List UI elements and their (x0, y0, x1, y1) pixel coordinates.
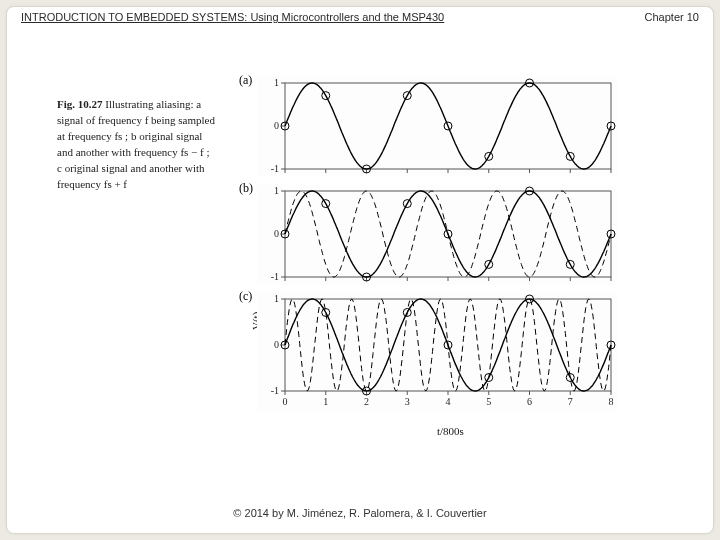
svg-text:3: 3 (405, 396, 410, 407)
book-title: INTRODUCTION TO EMBEDDED SYSTEMS: Using … (21, 11, 444, 23)
plot-stack: (a) -101 (b) -101 (c) -101012345678 (257, 77, 657, 421)
chart-a: -101 (257, 77, 617, 177)
svg-text:0: 0 (274, 339, 279, 350)
panel-a: (a) -101 (257, 77, 657, 177)
chart-c: -101012345678 (257, 293, 617, 413)
chart-b: -101 (257, 185, 617, 285)
slide-header: INTRODUCTION TO EMBEDDED SYSTEMS: Using … (21, 11, 699, 23)
figure-number: Fig. 10.27 (57, 98, 103, 110)
svg-text:-1: -1 (271, 385, 279, 396)
svg-text:-1: -1 (271, 163, 279, 174)
panel-b-label: (b) (239, 181, 253, 196)
svg-text:1: 1 (274, 77, 279, 88)
figure-caption: Fig. 10.27 Illustrating aliasing: a sign… (57, 97, 217, 193)
figure-caption-text: Illustrating aliasing: a signal of frequ… (57, 98, 215, 190)
svg-text:0: 0 (274, 120, 279, 131)
svg-text:0: 0 (274, 228, 279, 239)
panel-b: (b) -101 (257, 185, 657, 285)
svg-text:6: 6 (527, 396, 532, 407)
svg-text:1: 1 (274, 293, 279, 304)
panel-c-label: (c) (239, 289, 252, 304)
svg-text:8: 8 (609, 396, 614, 407)
panel-c: (c) -101012345678 (257, 293, 657, 413)
svg-text:1: 1 (323, 396, 328, 407)
svg-text:-1: -1 (271, 271, 279, 282)
svg-text:4: 4 (446, 396, 451, 407)
svg-text:5: 5 (486, 396, 491, 407)
svg-text:0: 0 (283, 396, 288, 407)
chapter-label: Chapter 10 (645, 11, 699, 23)
svg-text:2: 2 (364, 396, 369, 407)
slide-container: INTRODUCTION TO EMBEDDED SYSTEMS: Using … (6, 6, 714, 534)
svg-text:7: 7 (568, 396, 573, 407)
x-axis-title: t/800s (437, 425, 464, 437)
panel-a-label: (a) (239, 73, 252, 88)
copyright-footer: © 2014 by M. Jiménez, R. Palomera, & I. … (7, 507, 713, 519)
svg-text:1: 1 (274, 185, 279, 196)
